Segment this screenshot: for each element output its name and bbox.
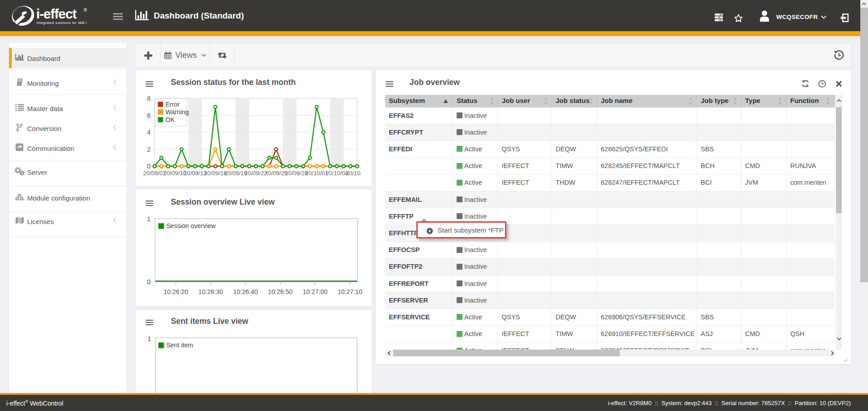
svg-text:Sent item: Sent item — [166, 341, 193, 349]
svg-text:10:27:00: 10:27:00 — [303, 288, 328, 295]
svg-text:2: 2 — [147, 146, 151, 153]
svg-text:20/09/13: 20/09/13 — [184, 170, 207, 177]
svg-text:20/10/04: 20/10/04 — [326, 170, 349, 177]
svg-text:10:26:50: 10:26:50 — [268, 288, 293, 295]
svg-text:®: ® — [84, 8, 87, 13]
svg-text:20/09/25: 20/09/25 — [264, 170, 288, 177]
svg-text:10:26:40: 10:26:40 — [233, 288, 258, 295]
svg-text:1: 1 — [147, 335, 151, 342]
svg-text:10:26:30: 10:26:30 — [198, 288, 223, 295]
svg-text:6: 6 — [147, 112, 151, 119]
svg-text:20/09/28: 20/09/28 — [285, 170, 308, 177]
svg-text:10:26:20: 10:26:20 — [164, 288, 189, 295]
svg-text:Session overview: Session overview — [166, 222, 216, 229]
svg-text:10:27:10: 10:27:10 — [338, 288, 363, 295]
svg-text:20/09/16: 20/09/16 — [204, 170, 227, 177]
svg-text:0: 0 — [147, 278, 151, 285]
svg-text:20/09/19: 20/09/19 — [224, 170, 247, 177]
svg-text:20/09/07: 20/09/07 — [143, 170, 166, 177]
svg-text:4: 4 — [147, 129, 151, 136]
svg-text:i-effect: i-effect — [36, 6, 77, 21]
svg-text:Error: Error — [165, 101, 179, 108]
svg-text:OK: OK — [165, 116, 175, 123]
svg-text:0: 0 — [147, 163, 151, 170]
svg-text:20/09/10: 20/09/10 — [163, 170, 186, 177]
svg-text:20/09/22: 20/09/22 — [245, 170, 268, 177]
svg-text:integrated solutions for IBM i: integrated solutions for IBM i — [37, 21, 87, 25]
svg-text:20/10/01: 20/10/01 — [305, 170, 328, 177]
svg-text:8: 8 — [147, 95, 151, 102]
svg-text:Warning: Warning — [165, 108, 189, 116]
svg-text:1: 1 — [147, 215, 151, 223]
svg-text:20/10/07: 20/10/07 — [346, 170, 361, 177]
